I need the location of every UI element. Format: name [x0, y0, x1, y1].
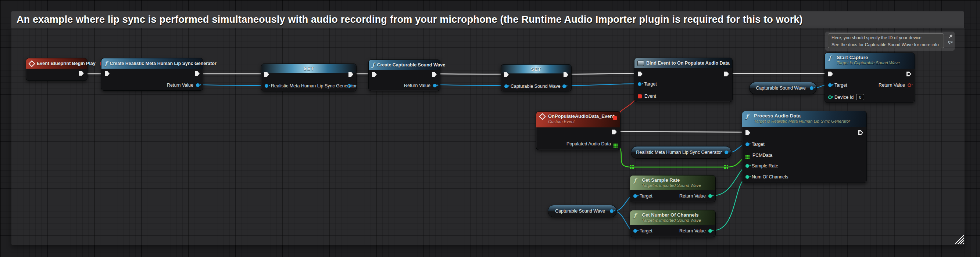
event-pin-row[interactable]: Event — [638, 94, 656, 99]
array-pin[interactable] — [614, 144, 615, 144]
object-pin[interactable] — [633, 194, 637, 198]
variable-pin-row[interactable]: Realistic Meta Human Lip Sync Generator — [265, 83, 356, 89]
pin-label: Populated Audio Data — [566, 141, 611, 146]
exec-out-pin[interactable] — [195, 71, 200, 76]
node-get-number-of-channels[interactable]: ƒ Get Number Of Channels Target is Impor… — [630, 210, 716, 237]
target-pin-row[interactable]: Target — [828, 82, 847, 88]
object-pin[interactable] — [633, 229, 637, 233]
exec-in-pin[interactable] — [746, 130, 750, 135]
blueprint-graph-canvas[interactable]: An example where lip sync is performed s… — [0, 0, 980, 257]
pin-label: Realistic Meta Human Lip Sync Generator — [271, 83, 356, 89]
speech-bubble-icon[interactable] — [948, 40, 953, 45]
object-pin[interactable] — [196, 83, 200, 87]
output-object-pin[interactable] — [347, 84, 351, 88]
node-bind-event-on-populate-audio-data[interactable]: Bind Event to On Populate Audio Data Tar… — [634, 58, 733, 102]
exec-in-pin[interactable] — [504, 72, 509, 77]
bind-delegate-icon — [638, 61, 644, 66]
getter-capturable-sound-wave-top[interactable]: Capturable Sound Wave — [749, 82, 817, 94]
pin-icon[interactable] — [948, 34, 953, 39]
node-title: OnPopulateAudioData_Event — [548, 113, 615, 119]
return-value-pin-row[interactable]: Return Value — [167, 82, 200, 88]
object-pin[interactable] — [746, 143, 749, 146]
pin-label: Target — [644, 81, 657, 87]
int-pin[interactable] — [708, 229, 712, 233]
target-pin-row[interactable]: Target — [633, 194, 652, 198]
node-set-rmh-lip-sync-generator[interactable]: SET Realistic Meta Human Lip Sync Genera… — [261, 63, 356, 91]
object-pin[interactable] — [433, 84, 437, 87]
int-pin[interactable] — [708, 194, 712, 198]
object-pin[interactable] — [504, 84, 508, 88]
bubble-text[interactable]: Here, you should specify the ID of your … — [828, 33, 944, 48]
target-pin-row[interactable]: Target — [746, 142, 765, 147]
bool-pin[interactable] — [908, 83, 911, 87]
node-create-capturable-sound-wave[interactable]: ƒ Create Capturable Sound Wave Return Va… — [368, 59, 441, 91]
comment-group-title[interactable]: An example where lip sync is performed s… — [11, 11, 964, 28]
output-object-pin[interactable] — [562, 84, 566, 88]
getter-capturable-sound-wave-bottom[interactable]: Capturable Sound Wave — [548, 205, 617, 217]
object-pin[interactable] — [828, 83, 832, 87]
node-header: ƒ Create Capturable Sound Wave — [369, 60, 440, 70]
return-value-pin-row[interactable]: Return Value — [878, 82, 911, 88]
exec-in-pin[interactable] — [105, 71, 110, 76]
node-process-audio-data[interactable]: ƒ Process Audio Data Target is Realistic… — [742, 111, 867, 183]
node-title: Event Blueprint Begin Play — [37, 61, 95, 66]
array-reroute-node[interactable] — [724, 165, 725, 166]
exec-out-pin[interactable] — [724, 71, 729, 76]
exec-out-pin[interactable] — [563, 72, 568, 77]
exec-out-pin[interactable] — [79, 71, 84, 76]
node-on-populate-audio-data-event[interactable]: OnPopulateAudioData_Event Custom Event P… — [536, 111, 620, 150]
exec-out-pin[interactable] — [907, 71, 911, 76]
pin-label: Device Id — [834, 95, 854, 100]
node-title: Start Capture — [837, 55, 868, 60]
exec-out-pin[interactable] — [612, 130, 617, 134]
array-reroute-node[interactable] — [630, 165, 631, 166]
variable-pin-row[interactable]: Capturable Sound Wave — [504, 84, 561, 89]
int-pin[interactable] — [746, 175, 749, 179]
exec-in-pin[interactable] — [638, 71, 643, 76]
object-pin[interactable] — [810, 86, 813, 90]
node-event-begin-play[interactable]: Event Blueprint Begin Play — [26, 58, 88, 81]
sample-rate-pin-row[interactable]: Sample Rate — [746, 163, 778, 168]
node-header: ƒ Process Audio Data Target is Realistic… — [742, 111, 866, 127]
node-comment-bubble[interactable]: Here, you should specify the ID of your … — [825, 32, 955, 51]
delegate-pin[interactable] — [613, 116, 617, 120]
object-pin[interactable] — [610, 209, 614, 213]
return-value-pin-row[interactable]: Return Value — [679, 228, 712, 233]
pcm-data-pin-row[interactable]: PCMData — [746, 153, 772, 158]
node-get-sample-rate[interactable]: ƒ Get Sample Rate Target is Imported Sou… — [630, 175, 716, 202]
return-value-pin-row[interactable]: Return Value — [679, 194, 712, 198]
return-value-pin-row[interactable]: Return Value — [404, 83, 437, 88]
exec-in-pin[interactable] — [828, 71, 833, 76]
node-header: SET — [501, 65, 571, 73]
target-pin-row[interactable]: Target — [633, 228, 652, 233]
exec-in-pin[interactable] — [372, 72, 377, 77]
object-pin[interactable] — [724, 151, 728, 154]
pin-label: Return Value — [878, 82, 905, 88]
populated-audio-data-pin-row[interactable]: Populated Audio Data — [566, 141, 618, 146]
pin-label: Return Value — [404, 83, 430, 88]
num-channels-pin-row[interactable]: Num Of Channels — [746, 175, 788, 179]
exec-out-pin[interactable] — [348, 72, 353, 77]
node-subtitle: Target is Imported Sound Wave — [642, 218, 712, 222]
int-pin[interactable] — [828, 95, 832, 99]
delegate-pin[interactable] — [638, 94, 642, 98]
node-create-rmh-lip-sync-generator[interactable]: ƒ Create Realistic Meta Human Lip Sync G… — [101, 58, 203, 91]
exec-out-pin[interactable] — [858, 130, 863, 135]
int-pin[interactable] — [746, 164, 749, 168]
node-title: Process Audio Data — [754, 113, 800, 119]
node-header: SET — [261, 64, 356, 73]
device-id-pin-row[interactable]: Device Id 0 — [828, 94, 864, 100]
object-pin[interactable] — [265, 84, 268, 88]
node-start-capture[interactable]: ƒ Start Capture Target is Capturable Sou… — [824, 52, 915, 103]
device-id-input[interactable]: 0 — [856, 94, 864, 100]
getter-rmh-lip-sync-generator[interactable]: Realistic Meta Human Lip Sync Generator — [631, 146, 732, 159]
array-pin[interactable] — [746, 155, 746, 156]
exec-out-pin[interactable] — [432, 72, 437, 77]
object-pin[interactable] — [638, 82, 641, 86]
node-header: ƒ Create Realistic Meta Human Lip Sync G… — [102, 59, 203, 69]
exec-in-pin[interactable] — [264, 72, 269, 77]
node-set-capturable-sound-wave[interactable]: SET Capturable Sound Wave — [501, 64, 572, 91]
node-header: Event Blueprint Begin Play — [26, 59, 87, 69]
target-pin-row[interactable]: Target — [638, 81, 657, 87]
function-icon: ƒ — [746, 114, 748, 119]
